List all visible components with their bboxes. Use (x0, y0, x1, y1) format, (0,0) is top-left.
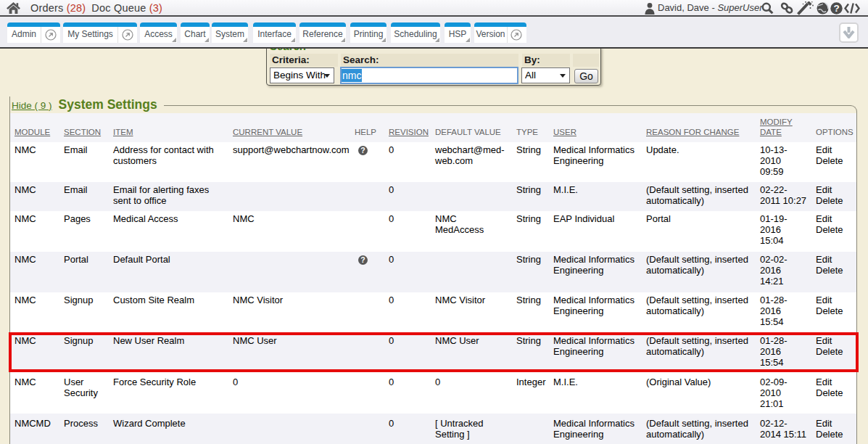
svg-text:?: ? (833, 3, 839, 14)
